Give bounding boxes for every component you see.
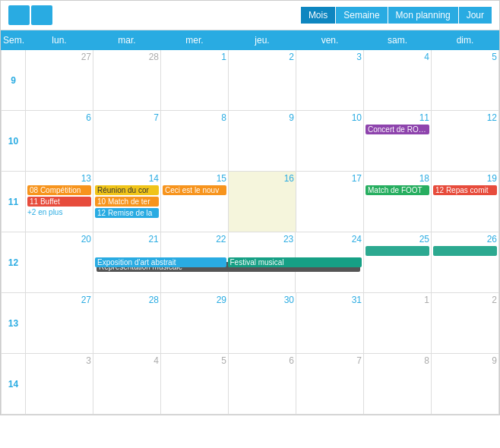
event-festival-cont1	[366, 246, 429, 256]
day-cell[interactable]: 28	[93, 293, 161, 354]
week-row-12: 12 20 21 22 23	[2, 232, 499, 293]
calendar-grid: Sem. lun. mar. mer. jeu. ven. sam. dim. …	[1, 30, 499, 415]
day-cell-17[interactable]: 17	[296, 172, 364, 232]
col-header-mar: mar.	[93, 31, 161, 50]
week-row-9: 9 27 28 1 2 3 4 5	[2, 50, 499, 111]
day-cell[interactable]: 6	[26, 111, 93, 172]
day-cell[interactable]: 2	[432, 293, 499, 354]
day-cell-21[interactable]: 21	[93, 232, 161, 293]
day-cell[interactable]: 1	[161, 50, 229, 111]
sem-13: 13	[2, 293, 26, 354]
calendar-header: Mois Semaine Mon planning Jour	[1, 1, 499, 30]
day-cell[interactable]: 1	[364, 293, 432, 354]
event-concert-rock[interactable]: Concert de ROCK	[366, 125, 429, 134]
day-cell[interactable]: 3	[296, 50, 364, 111]
more-link[interactable]: +2 en plus	[27, 208, 91, 216]
day-cell[interactable]: 8	[161, 111, 229, 172]
calendar-container: Mois Semaine Mon planning Jour Sem. lun.…	[0, 0, 500, 415]
day-cell[interactable]: 8	[364, 354, 432, 415]
day-cell[interactable]: 30	[229, 293, 296, 354]
day-cell-26[interactable]: 26	[432, 232, 499, 293]
next-button[interactable]	[31, 5, 52, 25]
day-cell-24[interactable]: 24	[296, 232, 363, 293]
day-cell[interactable]: 7	[296, 354, 364, 415]
event-buffet[interactable]: 11 Buffet	[27, 197, 91, 207]
day-cell[interactable]: 10	[296, 111, 364, 172]
event-match-ter[interactable]: 10 Match de ter	[95, 197, 159, 207]
day-cell-14[interactable]: 14 Réunion du cor 10 Match de ter 12 Rem…	[93, 172, 161, 232]
header-row: Sem. lun. mar. mer. jeu. ven. sam. dim.	[2, 31, 499, 50]
col-header-sem: Sem.	[2, 31, 26, 50]
sem-12: 12	[2, 232, 26, 293]
day-cell-20[interactable]: 20	[26, 232, 93, 293]
sem-9: 9	[2, 50, 26, 111]
prev-button[interactable]	[8, 5, 30, 25]
day-cell[interactable]: 3	[26, 354, 93, 415]
day-span-21-24: 21 22 23 24	[93, 232, 364, 293]
event-repas-comit[interactable]: 12 Repas comit	[433, 185, 497, 195]
view-planning-button[interactable]: Mon planning	[388, 7, 459, 24]
day-cell[interactable]: 5	[161, 354, 229, 415]
col-header-mer: mer.	[161, 31, 229, 50]
day-cell-16[interactable]: 16	[229, 172, 296, 232]
day-cell-13[interactable]: 13 08 Compétition 11 Buffet +2 en plus	[26, 172, 93, 232]
event-ceci[interactable]: Ceci est le nouv	[163, 185, 226, 195]
day-cell[interactable]: 9	[432, 354, 499, 415]
col-header-lun: lun.	[26, 31, 93, 50]
day-cell[interactable]: 12	[432, 111, 499, 172]
day-cell[interactable]: 4	[93, 354, 161, 415]
col-header-dim: dim.	[432, 31, 499, 50]
event-remise[interactable]: 12 Remise de la	[95, 208, 159, 218]
day-cell-19[interactable]: 19 12 Repas comit	[432, 172, 499, 232]
day-cell[interactable]: 2	[229, 50, 296, 111]
day-cell[interactable]: 5	[432, 50, 499, 111]
day-cell[interactable]: 4	[364, 50, 432, 111]
view-mois-button[interactable]: Mois	[301, 7, 336, 24]
day-cell-15[interactable]: 15 Ceci est le nouv	[161, 172, 229, 232]
week-row-13: 13 27 28 29 30 31 1 2	[2, 293, 499, 354]
day-cell-18[interactable]: 18 Match de FOOT	[364, 172, 432, 232]
sem-14: 14	[2, 354, 26, 415]
week-row-10: 10 6 7 8 9 10 11 Concert de ROCK 12	[2, 111, 499, 172]
day-cell-22[interactable]: 22	[161, 232, 229, 293]
day-cell[interactable]: 7	[93, 111, 161, 172]
day-cell[interactable]: 31	[296, 293, 364, 354]
day-cell[interactable]: 27	[26, 293, 93, 354]
event-reunion[interactable]: Réunion du cor	[95, 185, 159, 195]
day-cell-25[interactable]: 25	[364, 232, 432, 293]
view-jour-button[interactable]: Jour	[459, 7, 492, 24]
col-header-jeu: jeu.	[229, 31, 296, 50]
day-cell[interactable]: 9	[229, 111, 296, 172]
sem-11: 11	[2, 172, 26, 232]
event-match-foot[interactable]: Match de FOOT	[366, 185, 429, 195]
col-header-sam: sam.	[364, 31, 432, 50]
view-semaine-button[interactable]: Semaine	[336, 7, 388, 24]
event-competition[interactable]: 08 Compétition	[27, 185, 91, 195]
day-cell[interactable]: 27	[26, 50, 93, 111]
view-buttons: Mois Semaine Mon planning Jour	[301, 7, 492, 24]
sem-10: 10	[2, 111, 26, 172]
week-row-11: 11 13 08 Compétition 11 Buffet +2 en plu…	[2, 172, 499, 232]
col-header-ven: ven.	[296, 31, 364, 50]
nav-buttons	[8, 5, 52, 25]
event-festival-cont2	[433, 246, 497, 256]
day-cell[interactable]: 11 Concert de ROCK	[364, 111, 432, 172]
day-cell[interactable]: 28	[93, 50, 161, 111]
day-cell[interactable]: 29	[161, 293, 229, 354]
day-cell[interactable]: 6	[229, 354, 296, 415]
day-cell-23[interactable]: 23	[229, 232, 296, 293]
week-row-14: 14 3 4 5 6 7 8 9	[2, 354, 499, 415]
